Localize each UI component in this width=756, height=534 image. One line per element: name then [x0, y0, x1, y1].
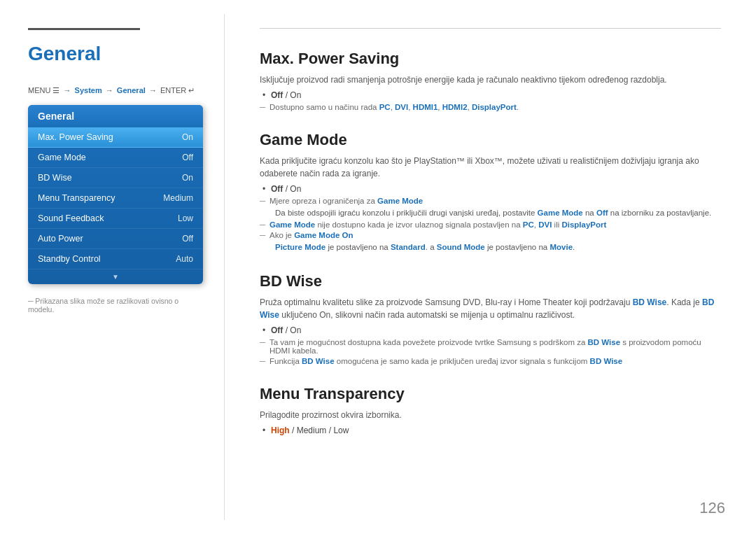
max-power-options: Off / On — [271, 90, 721, 100]
on-label: On — [290, 325, 301, 335]
slash: / — [292, 426, 297, 435]
menu-transparency-options: High / Medium / Low — [271, 426, 721, 435]
max-power-desc: Isključuje proizvod radi smanjenja potro… — [260, 73, 721, 86]
off-text: Off — [596, 209, 608, 217]
bd-wise-note2: Funkcija BD Wise omogućena je samo kada … — [260, 357, 721, 365]
menu-item-value: Medium — [163, 193, 193, 203]
menu-item-label: BD Wise — [38, 173, 72, 183]
dvi-text: DVI — [395, 103, 408, 111]
standard-text: Standard — [391, 243, 426, 251]
section-title-max-power-saving: Max. Power Saving — [260, 50, 721, 68]
section-title-menu-transparency: Menu Transparency — [260, 385, 721, 403]
sound-mode-text: Sound Mode — [437, 243, 485, 251]
on-label: On — [290, 90, 301, 100]
menu-item-sound-feedback[interactable]: Sound Feedback Low — [28, 209, 203, 229]
menu-more-indicator: ▼ — [28, 269, 203, 284]
menu-icon: ☰ — [52, 86, 59, 94]
game-mode-options: Off / On — [271, 184, 721, 194]
page-number: 126 — [699, 499, 725, 517]
bd-wise-text1: BD Wise — [633, 297, 667, 307]
section-max-power-saving: Max. Power Saving Isključuje proizvod ra… — [260, 50, 721, 111]
menu-item-menu-transparency[interactable]: Menu Transparency Medium — [28, 188, 203, 209]
game-mode-highlight: Game Mode — [377, 197, 423, 205]
menu-item-standby-control[interactable]: Standby Control Auto — [28, 249, 203, 269]
game-mode-desc: Kada priključite igraću konzolu kao što … — [260, 155, 721, 180]
bd-wise-func-text2: BD Wise — [590, 357, 623, 365]
menu-item-value: Off — [182, 153, 193, 162]
image-note: Prikazana slika može se razlikovati ovis… — [28, 297, 203, 314]
menu-label: MENU — [28, 86, 50, 94]
menu-header: General — [28, 105, 203, 127]
menu-item-label: Menu Transparency — [38, 193, 115, 203]
on-label: On — [290, 184, 301, 194]
bd-wise-option: Off / On — [271, 325, 721, 335]
general-menu: General Max. Power Saving On Game Mode O… — [28, 105, 203, 284]
arrow1: → — [64, 86, 74, 94]
menu-transparency-option: High / Medium / Low — [271, 426, 721, 435]
max-power-note: Dostupno samo u načinu rada PC, DVI, HDM… — [260, 103, 721, 111]
bd-wise-func-text: BD Wise — [302, 357, 335, 365]
menu-item-value: On — [182, 173, 193, 183]
general-link[interactable]: General — [117, 86, 146, 94]
game-mode-note2: Game Mode nije dostupno kada je izvor ul… — [260, 220, 721, 229]
enter-label: ENTER — [160, 86, 186, 94]
menu-item-label: Auto Power — [38, 234, 83, 244]
movie-text: Movie — [550, 243, 573, 251]
left-panel: General MENU ☰ → System → General → ENTE… — [0, 0, 224, 534]
menu-item-game-mode[interactable]: Game Mode Off — [28, 148, 203, 168]
picture-mode-text: Picture Mode — [275, 243, 326, 251]
bd-wise-note-text: BD Wise — [588, 338, 621, 346]
low-label: Low — [333, 426, 349, 435]
off-label: Off — [271, 325, 283, 335]
section-game-mode: Game Mode Kada priključite igraću konzol… — [260, 131, 721, 253]
chevron-down-icon: ▼ — [112, 273, 119, 281]
page-title: General — [28, 43, 203, 65]
menu-item-value: Auto — [176, 254, 193, 264]
menu-item-label: Game Mode — [38, 153, 86, 162]
game-mode-note3: Ako je Game Mode On — [260, 231, 721, 239]
section-title-game-mode: Game Mode — [260, 131, 721, 149]
high-label: High — [271, 426, 290, 435]
dvi-text2: DVI — [538, 220, 552, 229]
menu-item-max-power-saving[interactable]: Max. Power Saving On — [28, 127, 203, 148]
hdmi1-text: HDMI1 — [413, 103, 438, 111]
breadcrumb: MENU ☰ → System → General → ENTER ↵ — [28, 86, 203, 95]
enter-icon: ↵ — [188, 86, 195, 94]
bd-wise-options: Off / On — [271, 325, 721, 335]
max-power-option: Off / On — [271, 90, 721, 100]
game-mode-subnote1: Da biste odspojili igraću konzolu i prik… — [275, 207, 721, 218]
pc-text: PC — [379, 103, 391, 111]
displayport-text: DisplayPort — [472, 103, 517, 111]
game-mode-text2: Game Mode — [270, 220, 315, 229]
game-mode-option: Off / On — [271, 184, 721, 194]
game-mode-note1: Mjere opreza i ograničenja za Game Mode — [260, 197, 721, 205]
menu-item-label: Max. Power Saving — [38, 132, 113, 142]
game-mode-on-text: Game Mode On — [294, 231, 353, 239]
menu-item-value: Low — [178, 213, 193, 223]
menu-item-label: Standby Control — [38, 254, 101, 264]
section-title-bd-wise: BD Wise — [260, 272, 721, 290]
medium-label: Medium — [297, 426, 327, 435]
right-panel: Max. Power Saving Isključuje proizvod ra… — [225, 0, 756, 534]
bd-wise-note1: Ta vam je mogućnost dostupna kada poveže… — [260, 338, 721, 355]
top-decorative-line — [28, 28, 140, 30]
menu-item-bd-wise[interactable]: BD Wise On — [28, 168, 203, 188]
game-mode-subnote2: Picture Mode je postavljeno na Standard.… — [275, 241, 721, 253]
menu-transparency-desc: Prilagodite prozirnost okvira izbornika. — [260, 409, 721, 421]
menu-item-label: Sound Feedback — [38, 213, 104, 223]
menu-item-value: Off — [182, 234, 193, 244]
game-mode-text: Game Mode — [538, 209, 583, 217]
section-bd-wise: BD Wise Pruža optimalnu kvalitetu slike … — [260, 272, 721, 365]
system-link[interactable]: System — [75, 86, 102, 94]
section-menu-transparency: Menu Transparency Prilagodite prozirnost… — [260, 385, 721, 435]
menu-item-value: On — [182, 132, 193, 142]
arrow2: → — [106, 86, 115, 94]
arrow3: → — [149, 86, 159, 94]
menu-item-auto-power[interactable]: Auto Power Off — [28, 229, 203, 249]
off-label: Off — [271, 184, 283, 194]
off-label: Off — [271, 90, 283, 100]
top-rule — [260, 28, 721, 29]
displayport-text2: DisplayPort — [561, 220, 606, 229]
pc-text2: PC — [523, 220, 534, 229]
bd-wise-desc: Pruža optimalnu kvalitetu slike za proiz… — [260, 296, 721, 321]
